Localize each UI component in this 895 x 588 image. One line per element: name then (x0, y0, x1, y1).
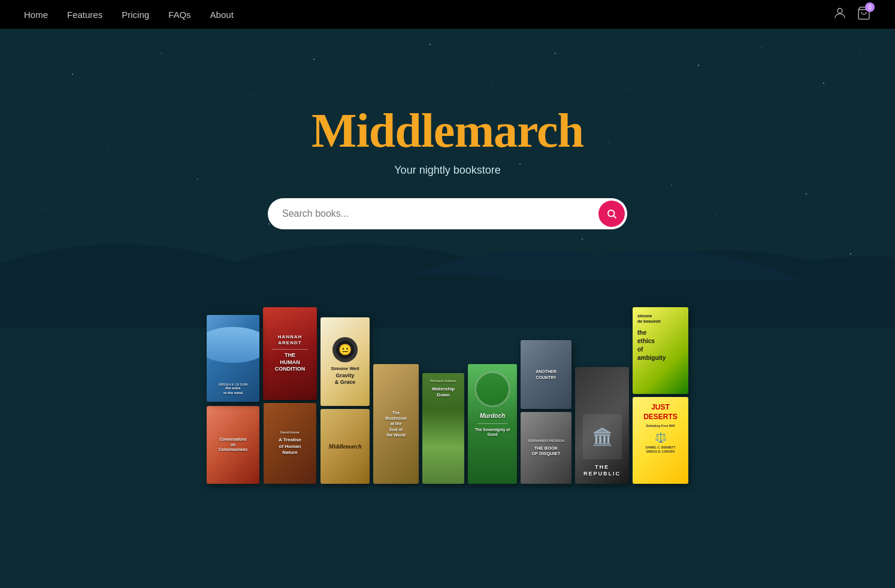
user-icon[interactable] (833, 6, 847, 23)
search-icon (606, 208, 617, 219)
book-col-third: 😐 Simone Weil Gravity& Grace Middlemarch (320, 317, 370, 484)
stars-background (0, 29, 895, 328)
nav-about[interactable]: About (210, 10, 234, 20)
book-col-murdoch: Murdoch The Sovereignty of Good (468, 364, 517, 484)
star-dot (716, 214, 716, 215)
book-col-right: simonede beauvoir theethicsofambiguity J… (633, 307, 688, 484)
book-ethics-ambiguity[interactable]: simonede beauvoir theethicsofambiguity (633, 307, 688, 394)
book-wave-in-mind[interactable]: URSULA K. LE GUIN the wavein the mind (207, 315, 259, 402)
search-button[interactable] (598, 201, 625, 227)
hero-subtitle: Your nightly bookstore (394, 164, 500, 177)
star-dot (698, 65, 699, 66)
star-dot (806, 193, 807, 195)
book-treatise-human-nature[interactable]: David Hume A Treatiseof HumanNature (264, 403, 316, 484)
nav-faqs[interactable]: FAQs (168, 10, 191, 20)
book-conversations-consciousness[interactable]: ConversationsonConsciousness (207, 406, 259, 484)
svg-point-11 (608, 210, 615, 217)
star-dot (250, 95, 251, 95)
star-dot (627, 89, 627, 89)
cart-badge: 0 (865, 2, 875, 12)
bookshelf: URSULA K. LE GUIN the wavein the mind Co… (0, 292, 895, 484)
star-dot (859, 53, 860, 53)
book-of-disquiet[interactable]: FERNANDO PESSOA THE BOOKOF DISQUIET (521, 412, 572, 484)
book-another-country[interactable]: ANOTHERCOUNTRY (521, 340, 572, 409)
book-middlemarch-small[interactable]: Middlemarch (320, 409, 370, 484)
star-dot (197, 178, 198, 180)
nav-home[interactable]: Home (24, 10, 48, 20)
book-murdoch-sovereignty[interactable]: Murdoch The Sovereignty of Good (468, 364, 517, 484)
star-dot (492, 83, 493, 83)
search-bar (268, 198, 627, 229)
book-col-republic: 🏛️ THEREPUBLIC (575, 367, 629, 484)
svg-line-12 (613, 216, 616, 218)
star-dot (430, 44, 431, 45)
cart-icon-wrapper[interactable]: 0 (857, 6, 871, 23)
star-dot (72, 74, 73, 75)
svg-point-0 (837, 8, 842, 13)
star-dot (107, 148, 108, 149)
star-dot (609, 143, 609, 143)
navbar: Home Features Pricing FAQs About 0 (0, 0, 895, 29)
star-dot (555, 53, 556, 54)
star-dot (519, 163, 521, 165)
nav-pricing[interactable]: Pricing (122, 10, 149, 20)
star-dot (734, 154, 734, 155)
search-input[interactable] (268, 198, 627, 229)
star-dot (313, 59, 315, 60)
hero-section: Middlemarch Your nightly bookstore (0, 29, 895, 328)
star-dot (761, 47, 761, 47)
book-republic[interactable]: 🏛️ THEREPUBLIC (575, 367, 629, 484)
nav-features[interactable]: Features (67, 10, 102, 20)
star-dot (850, 253, 851, 254)
book-col-fourth: TheMushroomat theEnd ofthe World (373, 364, 419, 484)
book-col-fifth: Richard Adams WatershipDown (422, 373, 464, 484)
star-dot (161, 53, 162, 54)
hero-title: Middlemarch (312, 104, 583, 157)
book-col-left: URSULA K. LE GUIN the wavein the mind Co… (207, 315, 259, 484)
star-dot (582, 238, 583, 240)
star-dot (672, 184, 673, 186)
star-dot (403, 262, 404, 263)
book-human-condition[interactable]: HANNAHARENDT THEHUMANCONDITION (263, 307, 317, 400)
star-dot (823, 83, 824, 84)
star-dot (45, 208, 46, 209)
nav-right: 0 (833, 6, 871, 23)
book-mushroom-end-world[interactable]: TheMushroomat theEnd ofthe World (373, 364, 419, 484)
book-gravity-grace[interactable]: 😐 Simone Weil Gravity& Grace (320, 317, 370, 406)
book-watership-down[interactable]: Richard Adams WatershipDown (422, 373, 464, 484)
book-col-another: ANOTHERCOUNTRY FERNANDO PESSOA THE BOOKO… (521, 340, 572, 484)
star-dot (134, 253, 135, 254)
book-just-deserts[interactable]: JUSTDESERTS Debating Free Will ⚖️ DANIEL… (633, 397, 688, 484)
nav-links: Home Features Pricing FAQs About (24, 10, 234, 20)
book-col-second: HANNAHARENDT THEHUMANCONDITION David Hum… (263, 307, 317, 484)
